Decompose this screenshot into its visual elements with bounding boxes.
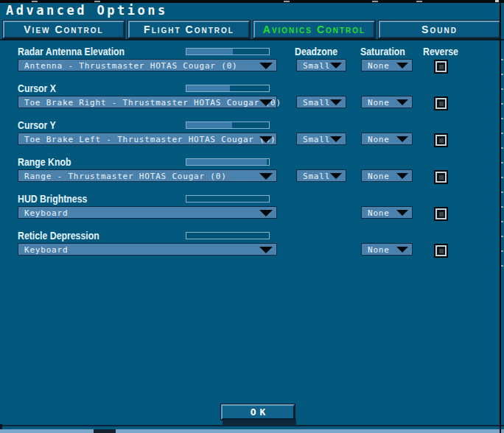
reverse-checkbox[interactable] <box>434 96 448 110</box>
ok-button-shadow <box>223 420 296 425</box>
tab-view-control[interactable]: View Control <box>3 21 125 38</box>
control-label: Cursor X <box>18 82 56 94</box>
control-row-radar-antenna-elevation: Radar Antenna Elevation Antenna - Thrust… <box>0 43 504 80</box>
binding-dropdown-value: Range - Thrustmaster HOTAS Cougar (0) <box>24 172 227 181</box>
binding-dropdown-value: Keyboard <box>24 208 68 218</box>
saturation-dropdown-value: None <box>368 61 390 71</box>
binding-dropdown[interactable]: Keyboard <box>18 206 277 219</box>
bottom-divider <box>0 425 504 426</box>
response-slider[interactable] <box>186 122 270 129</box>
saturation-dropdown[interactable]: None <box>361 169 413 182</box>
slider-fill <box>186 122 232 128</box>
top-dash <box>372 1 378 2</box>
reverse-checkbox[interactable] <box>434 244 448 258</box>
control-label: Range Knob <box>18 155 71 168</box>
chevron-down-icon <box>396 136 408 142</box>
checkbox-center <box>439 65 444 69</box>
tab-sound[interactable]: Sound <box>379 21 500 38</box>
reverse-checkbox[interactable] <box>434 170 448 184</box>
binding-dropdown-value: Toe Brake Left - Thrustmaster HOTAS Coug… <box>24 135 276 144</box>
checkbox-center <box>439 138 444 143</box>
checkbox-well <box>437 173 445 181</box>
checkbox-well <box>437 99 445 108</box>
saturation-dropdown[interactable]: None <box>361 243 413 256</box>
chevron-down-icon <box>259 210 273 216</box>
checkbox-frame <box>435 61 447 72</box>
slider-fill <box>186 49 233 54</box>
checkbox-well <box>437 210 445 218</box>
binding-dropdown[interactable]: Antenna - Thrustmaster HOTAS Cougar (0) <box>18 59 277 71</box>
response-slider[interactable] <box>186 232 270 239</box>
control-row-cursor-x: Cursor X Toe Brake Right - Thrustmaster … <box>0 80 504 116</box>
chevron-down-icon <box>396 247 408 253</box>
binding-dropdown[interactable]: Keyboard <box>18 243 277 256</box>
chevron-down-icon <box>396 173 408 179</box>
tab-avionics-control[interactable]: Avionics Control <box>253 21 375 38</box>
saturation-dropdown[interactable]: None <box>361 96 413 108</box>
bottom-edge-strip <box>0 429 504 433</box>
binding-dropdown[interactable]: Toe Brake Left - Thrustmaster HOTAS Coug… <box>18 133 277 145</box>
top-dash <box>94 1 100 2</box>
tab-underline <box>0 39 504 41</box>
chevron-down-icon <box>330 63 342 68</box>
checkbox-center <box>439 212 444 216</box>
deadzone-dropdown-value: Small <box>303 61 330 71</box>
saturation-dropdown-value: None <box>368 172 390 181</box>
checkbox-frame <box>435 98 447 109</box>
chevron-down-icon <box>330 136 342 142</box>
chevron-down-icon <box>259 173 273 180</box>
chevron-down-icon <box>259 63 273 69</box>
saturation-dropdown[interactable]: None <box>361 206 413 219</box>
saturation-dropdown[interactable]: None <box>361 59 413 71</box>
control-label: Cursor Y <box>18 119 56 131</box>
top-dash <box>416 1 422 2</box>
control-row-range-knob: Range Knob Range - Thrustmaster HOTAS Co… <box>0 153 504 190</box>
deadzone-dropdown-value: Small <box>303 135 330 144</box>
top-dash <box>284 1 290 2</box>
bottom-dark-segment <box>94 429 116 433</box>
slider-fill <box>186 159 267 165</box>
slider-fill <box>186 85 230 91</box>
chevron-down-icon <box>396 99 408 105</box>
reverse-checkbox[interactable] <box>434 207 448 221</box>
checkbox-frame <box>435 208 447 219</box>
binding-dropdown-value: Antenna - Thrustmaster HOTAS Cougar (0) <box>24 61 237 71</box>
control-row-hud-brightness: HUD Brightness Keyboard None <box>0 190 504 227</box>
chevron-down-icon <box>330 99 342 105</box>
saturation-dropdown[interactable]: None <box>361 133 413 145</box>
deadzone-dropdown[interactable]: Small <box>296 59 346 71</box>
chevron-down-icon <box>396 63 408 68</box>
control-label: HUD Brightness <box>18 192 87 205</box>
response-slider[interactable] <box>186 48 270 55</box>
chevron-down-icon <box>259 99 273 106</box>
response-slider[interactable] <box>186 158 270 166</box>
saturation-dropdown-value: None <box>368 245 390 255</box>
reverse-checkbox[interactable] <box>434 60 448 74</box>
checkbox-center <box>439 102 444 106</box>
tab-bar: View Control Flight Control Avionics Con… <box>0 21 504 38</box>
deadzone-dropdown[interactable]: Small <box>296 96 346 108</box>
control-row-reticle-depression: Reticle Depression Keyboard None <box>0 227 504 264</box>
chevron-down-icon <box>259 247 273 253</box>
binding-dropdown[interactable]: Toe Brake Right - Thrustmaster HOTAS Cou… <box>18 96 277 108</box>
binding-dropdown-value: Keyboard <box>24 245 68 255</box>
tab-flight-control[interactable]: Flight Control <box>128 21 250 38</box>
deadzone-dropdown-value: Small <box>303 172 330 181</box>
right-edge-ticks <box>501 46 503 267</box>
ok-button[interactable]: OK <box>221 404 295 420</box>
control-row-cursor-y: Cursor Y Toe Brake Left - Thrustmaster H… <box>0 116 504 153</box>
checkbox-frame <box>435 245 447 256</box>
saturation-dropdown-value: None <box>368 208 390 218</box>
response-slider[interactable] <box>186 195 270 203</box>
binding-dropdown-value: Toe Brake Right - Thrustmaster HOTAS Cou… <box>24 98 281 108</box>
deadzone-dropdown[interactable]: Small <box>296 169 346 182</box>
checkbox-well <box>437 247 445 255</box>
top-tick <box>495 0 499 2</box>
reverse-checkbox[interactable] <box>434 133 448 147</box>
binding-dropdown[interactable]: Range - Thrustmaster HOTAS Cougar (0) <box>18 169 277 182</box>
chevron-down-icon <box>330 173 342 179</box>
deadzone-dropdown[interactable]: Small <box>296 133 346 145</box>
control-label: Radar Antenna Elevation <box>18 45 125 57</box>
response-slider[interactable] <box>186 85 270 92</box>
checkbox-frame <box>435 172 447 183</box>
